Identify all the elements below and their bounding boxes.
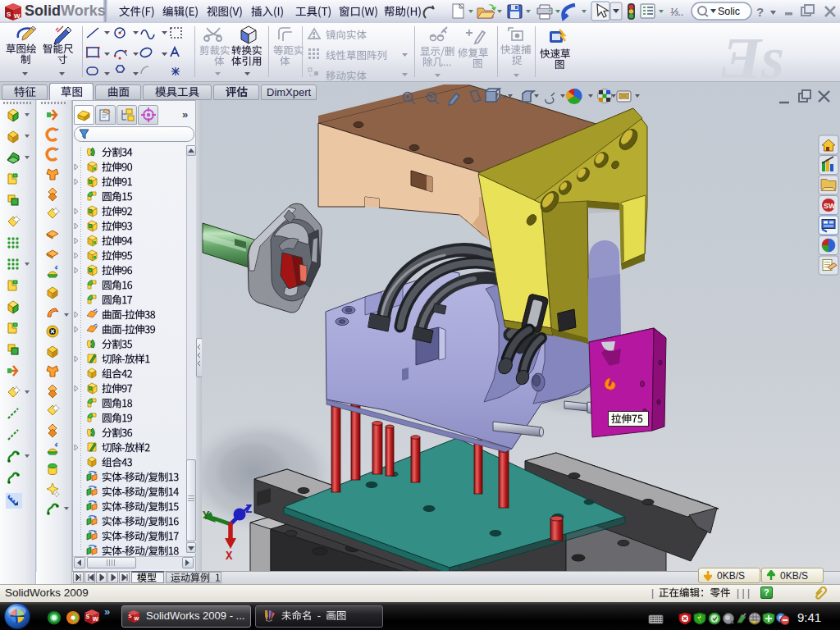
svg-text:S: S	[7, 11, 11, 18]
svg-text:⅓..: ⅓..	[670, 7, 684, 18]
svg-text:Z: Z	[245, 503, 252, 516]
svg-text:W: W	[14, 12, 21, 20]
svg-text:Solic: Solic	[718, 6, 740, 17]
svg-text:S: S	[129, 614, 132, 619]
svg-text:?: ?	[756, 5, 764, 19]
svg-text:W: W	[135, 616, 139, 621]
svg-text:W: W	[93, 616, 98, 622]
svg-text:S: S	[86, 614, 90, 619]
svg-text:Y: Y	[203, 509, 210, 523]
svg-text:SW: SW	[824, 202, 836, 210]
svg-text:X: X	[226, 550, 233, 563]
